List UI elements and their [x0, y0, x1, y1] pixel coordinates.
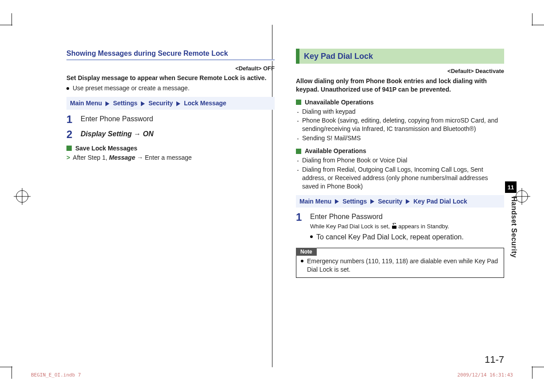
note-box: Note Emergency numbers (110, 119, 118) a… — [296, 248, 504, 278]
list-item: Dialing with keypad — [296, 108, 504, 116]
step-1: 1 Enter Phone Password — [66, 114, 275, 125]
note-tag: Note — [296, 248, 317, 256]
breadcrumb: Main Menu Settings Security Key Pad Dial… — [296, 195, 504, 208]
crop-mark — [532, 25, 544, 25]
square-bullet-icon — [296, 149, 301, 154]
list-item: Dialing from Redial, Outgoing Call Logs,… — [296, 165, 504, 191]
subsection-line: > After Step 1, Message → Enter a messag… — [66, 154, 275, 162]
chevron-right-icon — [141, 101, 145, 106]
list-item: Dialing from Phone Book or Voice Dial — [296, 156, 504, 165]
crop-mark — [0, 367, 12, 367]
crop-mark — [12, 13, 12, 26]
footer-timestamp: 2009/12/14 16:31:43 — [457, 372, 513, 378]
subsection-title: Save Lock Messages — [75, 144, 137, 153]
crumb-item: Main Menu — [299, 198, 331, 205]
crumb-item: Key Pad Dial Lock — [413, 198, 467, 205]
section-banner: Key Pad Dial Lock — [296, 49, 504, 64]
step-1: 1 Enter Phone Password While Key Pad Dia… — [296, 212, 504, 242]
left-column: Showing Messages during Secure Remote Lo… — [66, 49, 275, 339]
chapter-tab: 11 — [505, 181, 517, 193]
registration-mark — [16, 190, 28, 203]
subsection-header: Available Operations — [296, 147, 504, 155]
step-text: Enter Phone Password — [81, 114, 275, 125]
intro-text: Allow dialing only from Phone Book entri… — [296, 77, 504, 94]
list-item: Phone Book (saving, editing, deleting, c… — [296, 116, 504, 133]
crumb-item: Settings — [342, 198, 367, 205]
subsection-header: Unavailable Operations — [296, 98, 504, 107]
chevron-right-icon — [406, 199, 410, 204]
lock-icon — [392, 223, 397, 231]
step-text: ON — [143, 130, 153, 138]
right-column: Key Pad Dial Lock <Default> Deactivate A… — [296, 49, 504, 339]
unavailable-list: Dialing with keypad Phone Book (saving, … — [296, 108, 504, 143]
crumb-item: Security — [378, 198, 402, 205]
print-footer: BEGIN_E_OI.indb 7 2009/12/14 16:31:43 — [31, 372, 513, 378]
crop-mark — [532, 367, 544, 367]
crumb-item: Lock Message — [184, 100, 226, 107]
intro-text: Set Display message to appear when Secur… — [66, 74, 275, 82]
note-item: Emergency numbers (110, 119, 118) are di… — [301, 257, 499, 274]
manual-page: Showing Messages during Secure Remote Lo… — [0, 0, 544, 392]
subsection-title: Unavailable Operations — [305, 98, 374, 107]
step-2: 2 Display Setting → ON — [66, 129, 275, 140]
crop-mark — [0, 25, 12, 25]
page-number: 11-7 — [485, 354, 504, 365]
svg-rect-0 — [392, 226, 396, 229]
list-item: Sending S! Mail/SMS — [296, 134, 504, 142]
section-heading: Showing Messages during Secure Remote Lo… — [66, 49, 275, 58]
step-text: Display Setting — [81, 130, 132, 138]
crumb-item: Main Menu — [70, 100, 102, 107]
crop-mark — [532, 13, 532, 26]
crop-mark — [532, 366, 532, 379]
breadcrumb: Main Menu Settings Security Lock Message — [66, 97, 275, 110]
step-number: 1 — [66, 114, 74, 125]
chevron-right-icon — [370, 199, 374, 204]
default-label: <Default> Deactivate — [296, 67, 504, 75]
crop-mark — [12, 366, 12, 379]
crumb-item: Security — [148, 100, 173, 107]
heading-rule — [66, 59, 275, 61]
arrow-right-icon: → — [137, 154, 145, 161]
chapter-label: Handset Security — [510, 196, 518, 258]
chevron-right-icon — [105, 101, 109, 106]
subsection-title: Available Operations — [305, 147, 366, 155]
default-label: <Default> OFF — [66, 65, 275, 73]
available-list: Dialing from Phone Book or Voice Dial Di… — [296, 156, 504, 191]
chevron-right-icon — [335, 199, 339, 204]
svg-point-1 — [393, 224, 394, 225]
chevron-right-icon — [176, 101, 180, 106]
step-text: Enter Phone Password — [310, 212, 504, 222]
crumb-item: Settings — [113, 100, 137, 107]
chevron-right-icon: > — [66, 154, 70, 161]
step-number: 2 — [66, 129, 74, 140]
square-bullet-icon — [296, 100, 301, 105]
subsection-header: Save Lock Messages — [66, 144, 275, 153]
step-number: 1 — [296, 212, 304, 242]
footer-file: BEGIN_E_OI.indb 7 — [31, 372, 81, 378]
step-bullet: To cancel Key Pad Dial Lock, repeat oper… — [310, 232, 504, 242]
intro-bullet: Use preset message or create a message. — [66, 84, 275, 92]
square-bullet-icon — [66, 146, 72, 151]
arrow-right-icon: → — [134, 130, 143, 138]
